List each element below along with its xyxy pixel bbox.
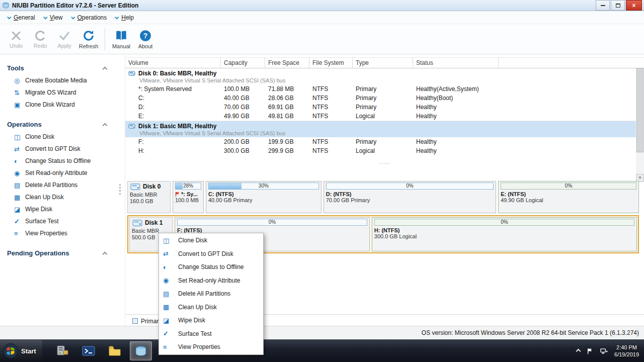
context-menu-item-convert-to-gpt-disk[interactable]: Convert to GPT Disk	[159, 247, 263, 261]
sidebar-item-surface-test[interactable]: Surface Test	[7, 215, 118, 227]
taskbar-item-server-manager[interactable]	[51, 341, 73, 360]
delete-partitions-icon	[163, 290, 174, 298]
menu-bar: General View Operations Help	[0, 11, 644, 24]
tray-expand-icon[interactable]	[576, 348, 581, 353]
manual-button[interactable]: Manual	[109, 26, 133, 52]
clone-disk-icon	[14, 133, 25, 141]
context-menu-item-clean-up-disk[interactable]: Clean Up Disk	[159, 301, 263, 314]
disk-icon	[128, 70, 135, 76]
boot-flag-icon	[175, 192, 180, 197]
table-row-d[interactable]: D:70.00 GB69.91 GBNTFSPrimaryHealthy	[125, 103, 644, 112]
menu-view[interactable]: View	[41, 11, 69, 24]
section-pending-operations[interactable]: Pending Operations	[7, 249, 118, 259]
column-volume[interactable]: Volume	[125, 57, 221, 68]
refresh-button[interactable]: Refresh	[76, 26, 101, 52]
partition-block-d[interactable]: 0% D: (NTFS) 70.00 GB Primary	[324, 181, 496, 213]
volume-table: Volume Capacity Free Space File System T…	[125, 57, 644, 182]
context-menu-item-change-status-to-offline[interactable]: Change Status to Offline	[159, 260, 263, 274]
sidebar-item-clone-disk-wizard[interactable]: Clone Disk Wizard	[7, 99, 118, 111]
cleanup-icon	[14, 194, 25, 201]
disk0-group-subtitle: VMware, VMware Virtual S Serial Attached…	[128, 77, 644, 83]
partition-block-h[interactable]: 0% H: (NTFS) 300.0 GB Logical	[372, 217, 637, 251]
table-row-c[interactable]: C:40.00 GB28.06 GBNTFSPrimaryHealthy(Boo…	[125, 94, 644, 103]
table-header: Volume Capacity Free Space File System T…	[125, 57, 644, 68]
table-row-e[interactable]: E:49.90 GB49.81 GBNTFSLogicalHealthy	[125, 112, 644, 121]
column-filler	[499, 57, 644, 68]
action-center-flag-icon[interactable]	[586, 347, 594, 355]
sidebar-item-clone-disk[interactable]: Clone Disk	[7, 131, 118, 143]
section-tools[interactable]: Tools	[7, 64, 118, 74]
maximize-icon	[616, 4, 620, 8]
context-menu-item-wipe-disk[interactable]: Wipe Disk	[159, 314, 263, 327]
scrollbar-thumb[interactable]	[636, 68, 643, 152]
context-menu-item-delete-all-partitions[interactable]: Delete All Partitions	[159, 287, 263, 301]
start-label: Start	[21, 347, 36, 355]
section-operations[interactable]: Operations	[7, 121, 118, 131]
disk0-group-title: Disk 0: Basic MBR, Healthy	[138, 70, 216, 77]
disk1-group-row[interactable]: Disk 1: Basic MBR, Healthy VMware, VMwar…	[125, 121, 644, 137]
about-icon: ?	[139, 29, 152, 42]
undo-button[interactable]: Undo	[4, 26, 28, 52]
clock-date: 6/19/2019	[614, 351, 639, 358]
partition-block-c[interactable]: 30% C: (NTFS) 40.00 GB Primary	[206, 181, 321, 213]
minimize-button[interactable]	[596, 0, 610, 11]
menu-operations[interactable]: Operations	[69, 11, 113, 24]
sidebar-item-clean-up-disk[interactable]: Clean Up Disk	[7, 191, 118, 203]
app-icon	[2, 2, 10, 9]
partition-block-system-reserved[interactable]: 28% *: Sy... 100.0 MB	[173, 181, 204, 213]
title-bar: NIUBI Partition Editor v7.2.6 - Server E…	[0, 0, 644, 11]
taskbar: Start 2:40 PM 6/19/2019	[0, 339, 644, 362]
toolbar: Undo Redo Apply Refresh Manual ? About	[0, 24, 644, 54]
folder-icon	[108, 344, 122, 358]
redo-button[interactable]: Redo	[28, 26, 52, 52]
apply-button[interactable]: Apply	[52, 26, 76, 52]
sidebar-item-migrate-os-wizard[interactable]: Migrate OS Wizard	[7, 86, 118, 99]
context-menu-item-surface-test[interactable]: Surface Test	[159, 327, 263, 341]
menu-help[interactable]: Help	[113, 11, 140, 24]
maximize-button[interactable]	[611, 0, 625, 11]
pane-splitter-handle[interactable]	[119, 184, 121, 195]
usage-bar: 0%	[374, 219, 634, 226]
vertical-scrollbar[interactable]: ▼	[636, 68, 644, 182]
sidebar-item-change-status-to-offline[interactable]: Change Status to Offline	[7, 155, 118, 167]
start-button[interactable]: Start	[0, 340, 42, 362]
offline-icon	[14, 157, 25, 165]
about-button[interactable]: ? About	[133, 26, 157, 52]
network-icon[interactable]	[600, 347, 608, 355]
sidebar-item-create-bootable-media[interactable]: Create Bootable Media	[7, 74, 118, 86]
sidebar-item-view-properties[interactable]: View Properties	[7, 227, 118, 239]
usage-bar: 0%	[326, 183, 494, 190]
sidebar: Tools Create Bootable Media Migrate OS W…	[0, 54, 125, 326]
table-row-system-reserved[interactable]: *: System Reserved100.0 MB71.88 MBNTFSPr…	[125, 84, 644, 94]
close-button[interactable]: ×	[626, 0, 642, 11]
context-menu-item-clone-disk[interactable]: Clone Disk	[159, 234, 263, 247]
column-capacity[interactable]: Capacity	[221, 57, 265, 68]
view-properties-icon	[163, 343, 174, 351]
disk0-info-block[interactable]: Disk 0 Basic MBR 160.0 GB	[127, 181, 171, 213]
table-row-f[interactable]: F:200.0 GB199.9 GBNTFSPrimaryHealthy	[125, 137, 644, 146]
chevron-down-icon	[43, 15, 47, 19]
partition-block-e[interactable]: 0% E: (NTFS) 49.90 GB Logical	[498, 181, 639, 213]
taskbar-item-powershell[interactable]	[77, 341, 100, 360]
context-menu-item-view-properties[interactable]: View Properties	[159, 340, 263, 354]
column-file-system[interactable]: File System	[309, 57, 353, 68]
menu-general[interactable]: General	[5, 11, 41, 24]
disk0-group-row[interactable]: Disk 0: Basic MBR, Healthy VMware, VMwar…	[125, 68, 644, 84]
taskbar-item-file-explorer[interactable]	[104, 341, 126, 360]
readonly-icon	[163, 277, 174, 284]
chevron-up-icon	[103, 123, 108, 128]
sidebar-item-wipe-disk[interactable]: Wipe Disk	[7, 203, 118, 215]
surface-test-icon	[163, 330, 174, 337]
sidebar-item-set-read-only-attribute[interactable]: Set Read-only Attribute	[7, 167, 118, 179]
readonly-icon	[14, 169, 25, 177]
diskmap-disk0: Disk 0 Basic MBR 160.0 GB 28% *: Sy... 1…	[127, 181, 639, 213]
column-free-space[interactable]: Free Space	[265, 57, 309, 68]
table-row-h[interactable]: H:300.0 GB299.9 GBNTFSLogicalHealthy	[125, 146, 644, 155]
column-status[interactable]: Status	[413, 57, 499, 68]
column-type[interactable]: Type	[353, 57, 413, 68]
context-menu-item-set-read-only-attribute[interactable]: Set Read-only Attribute	[159, 274, 263, 288]
sidebar-item-delete-all-partitions[interactable]: Delete All Partitions	[7, 179, 118, 191]
taskbar-clock[interactable]: 2:40 PM 6/19/2019	[614, 344, 639, 358]
sidebar-item-convert-to-gpt-disk[interactable]: Convert to GPT Disk	[7, 143, 118, 155]
taskbar-item-niubi-partition-editor[interactable]	[130, 341, 152, 360]
